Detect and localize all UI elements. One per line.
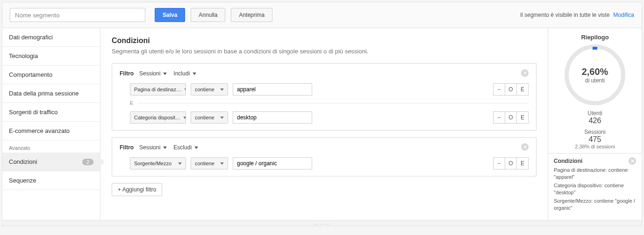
remove-condition-button[interactable]: − [493, 111, 505, 124]
include-exclude-dropdown[interactable]: Includi [172, 68, 197, 79]
remove-filter-button[interactable]: ✕ [521, 69, 529, 77]
match-type-dropdown[interactable]: contiene [191, 111, 228, 124]
condition-value-input[interactable] [233, 157, 312, 169]
chevron-down-icon [178, 162, 182, 165]
condition-value-input[interactable] [233, 111, 312, 124]
sessions-percent: 2,38% di sessioni [554, 144, 636, 149]
remove-filter-button[interactable]: ✕ [521, 143, 529, 151]
sidebar-item-conditions[interactable]: Condizioni 2 [2, 153, 100, 171]
chevron-down-icon [220, 162, 224, 165]
sidebar-item-sequences[interactable]: Sequenze [2, 171, 100, 190]
summary-condition-line: Categoria dispositivo: contiene "desktop… [554, 182, 636, 197]
scope-dropdown[interactable]: Sessioni [138, 142, 168, 153]
summary-remove-conditions-button[interactable]: ✕ [629, 157, 636, 165]
sidebar-item-behavior[interactable]: Comportamento [2, 66, 100, 84]
summary-conditions-title: Condizioni [554, 158, 582, 164]
or-button[interactable]: O [505, 157, 517, 169]
remove-condition-button[interactable]: − [493, 157, 505, 169]
users-value: 426 [554, 117, 636, 125]
chevron-down-icon [163, 73, 167, 75]
condition-value-input[interactable] [233, 83, 312, 95]
and-separator: E [120, 100, 529, 106]
and-button[interactable]: E [516, 83, 529, 95]
summary-condition-line: Pagina di destinazione: contiene "appare… [554, 167, 636, 181]
sidebar-item-ecommerce[interactable]: E-commerce avanzato [2, 122, 100, 140]
chevron-down-icon [220, 117, 224, 119]
sidebar-badge: 2 [82, 159, 93, 165]
summary-percent: 2,60% [582, 66, 608, 77]
sidebar-item-demographics[interactable]: Dati demografici [2, 28, 100, 47]
condition-row: Categoria disposit… contiene − O E [120, 111, 529, 124]
sessions-label: Sessioni [554, 129, 636, 135]
edit-visibility-link[interactable]: Modifica [613, 12, 634, 18]
dimension-dropdown[interactable]: Categoria disposit… [130, 111, 186, 124]
scope-dropdown[interactable]: Sessioni [138, 68, 168, 79]
summary-percent-label: di utenti [585, 77, 605, 84]
sidebar-item-first-session-date[interactable]: Data della prima sessione [2, 84, 100, 103]
condition-row: Sorgente/Mezzo contiene − O E [120, 157, 529, 169]
filter-label: Filtro [120, 144, 134, 151]
filter-label: Filtro [120, 70, 134, 77]
and-button[interactable]: E [516, 157, 529, 169]
sidebar-item-traffic-sources[interactable]: Sorgenti di traffico [2, 103, 100, 122]
segment-name-input[interactable] [10, 8, 145, 22]
chevron-down-icon [194, 147, 198, 149]
chevron-down-icon [220, 88, 224, 91]
summary-donut-chart: 2,60% di utenti [565, 44, 625, 105]
match-type-dropdown[interactable]: contiene [191, 157, 228, 169]
match-type-dropdown[interactable]: contiene [191, 83, 228, 95]
resize-grip[interactable]: ……… [2, 220, 642, 226]
remove-condition-button[interactable]: − [493, 83, 505, 95]
page-subtitle: Segmenta gli utenti e/o le loro sessioni… [112, 48, 537, 55]
or-button[interactable]: O [505, 111, 517, 124]
chevron-down-icon [193, 73, 196, 75]
chevron-down-icon [183, 117, 186, 119]
chevron-down-icon [184, 88, 186, 91]
donut-segment-icon [593, 47, 597, 50]
condition-row: Pagina di destinaz… contiene − O E [120, 83, 529, 95]
and-button[interactable]: E [516, 111, 529, 124]
summary-title: Riepilogo [554, 34, 636, 41]
summary-condition-line: Sorgente/Mezzo: contiene "google / organ… [554, 198, 636, 212]
users-label: Utenti [554, 110, 636, 117]
sidebar-advanced-title: Avanzato [2, 140, 100, 153]
sessions-value: 475 [554, 135, 636, 144]
include-exclude-dropdown[interactable]: Escludi [172, 142, 199, 153]
dimension-dropdown[interactable]: Pagina di destinaz… [130, 83, 186, 95]
filter-card-include: Filtro Sessioni Includi ✕ Pagina di dest… [112, 63, 537, 131]
chevron-down-icon [163, 147, 167, 149]
filter-card-exclude: Filtro Sessioni Escludi ✕ Sorgente/Mezzo… [112, 137, 537, 176]
preview-button[interactable]: Anteprima [231, 8, 272, 22]
cancel-button[interactable]: Annulla [191, 8, 225, 22]
visibility-text: Il segmento è visibile in tutte le viste [520, 12, 609, 18]
page-title: Condizioni [112, 37, 537, 45]
sidebar-item-label: Condizioni [9, 158, 37, 165]
dimension-dropdown[interactable]: Sorgente/Mezzo [130, 157, 186, 169]
add-filter-button[interactable]: + Aggiungi filtro [112, 183, 162, 196]
sidebar-item-technology[interactable]: Tecnologia [2, 47, 100, 66]
or-button[interactable]: O [505, 83, 517, 95]
save-button[interactable]: Salva [155, 8, 185, 22]
